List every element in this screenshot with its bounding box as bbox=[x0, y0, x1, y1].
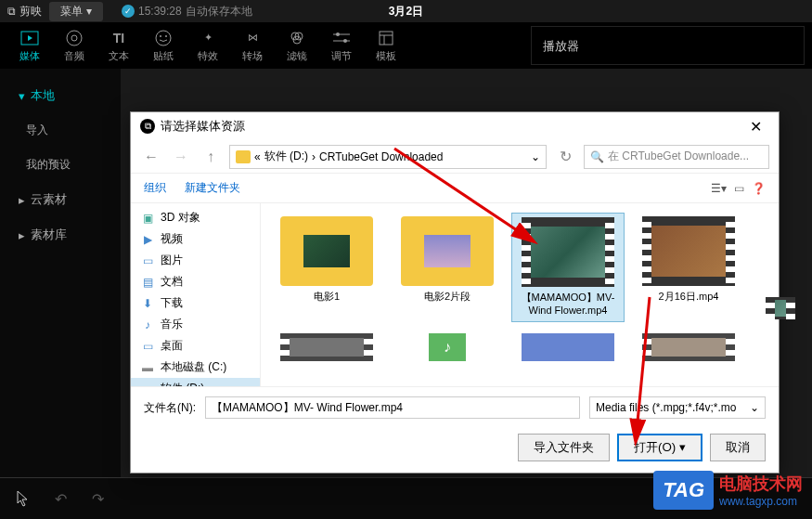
sidebar-item-local[interactable]: ▾ 本地 bbox=[0, 78, 121, 113]
audio-thumb: ♪ bbox=[401, 333, 494, 361]
video-thumb bbox=[522, 217, 614, 287]
svg-point-1 bbox=[67, 31, 82, 45]
download-icon: ⬇ bbox=[140, 297, 155, 310]
tree-desktop[interactable]: ▭桌面 bbox=[131, 335, 260, 357]
dialog-buttons: 导入文件夹 打开(O) ▾ 取消 bbox=[131, 428, 779, 473]
file-item[interactable]: 电影1 bbox=[270, 213, 383, 322]
svg-point-12 bbox=[343, 39, 347, 43]
redo-button[interactable]: ↷ bbox=[84, 485, 111, 513]
app-logo: ⧉ 剪映 bbox=[7, 4, 42, 19]
autosave-status: ✓ 15:39:28 自动保存本地 bbox=[122, 4, 252, 19]
dialog-title: 请选择媒体资源 bbox=[161, 118, 245, 135]
watermark: TAG 电脑技术网 www.tagxp.com bbox=[653, 471, 803, 510]
file-item-partial[interactable] bbox=[270, 330, 383, 365]
tool-text[interactable]: TI 文本 bbox=[97, 22, 141, 69]
cursor-tool[interactable] bbox=[9, 485, 37, 513]
organize-button[interactable]: 组织 bbox=[144, 180, 166, 196]
file-item-partial[interactable] bbox=[632, 330, 745, 365]
folder-thumb bbox=[280, 216, 373, 286]
undo-button[interactable]: ↶ bbox=[46, 485, 74, 513]
tree-doc[interactable]: ▤文档 bbox=[131, 271, 260, 292]
sidebar-item-library[interactable]: ▸ 素材库 bbox=[0, 217, 121, 253]
file-item-partial[interactable] bbox=[511, 330, 625, 365]
menu-button[interactable]: 菜单 ▾ bbox=[49, 2, 103, 21]
preview-button[interactable]: ▭ bbox=[734, 182, 744, 195]
disk-icon: ▬ bbox=[140, 361, 155, 374]
audio-icon bbox=[65, 29, 84, 47]
tool-audio[interactable]: 音频 bbox=[52, 22, 97, 69]
cube-icon: ▣ bbox=[140, 212, 155, 225]
refresh-button[interactable]: ↻ bbox=[554, 146, 576, 168]
path-bar[interactable]: « 软件 (D:) › CRTubeGet Downloaded ⌄ bbox=[229, 145, 547, 169]
chevron-right-icon: ▸ bbox=[19, 228, 25, 242]
app-thumb bbox=[522, 333, 614, 361]
title-bar: ⧉ 剪映 菜单 ▾ ✓ 15:39:28 自动保存本地 3月2日 bbox=[0, 0, 812, 22]
sidebar-item-presets[interactable]: 我的预设 bbox=[0, 148, 121, 182]
file-item[interactable]: 电影2片段 bbox=[391, 213, 504, 322]
player-title: 播放器 bbox=[543, 39, 579, 53]
adjust-icon bbox=[332, 29, 351, 47]
filter-icon bbox=[288, 29, 306, 47]
video-thumb bbox=[642, 216, 735, 286]
watermark-url: www.tagxp.com bbox=[719, 495, 803, 508]
filename-input[interactable] bbox=[205, 396, 580, 419]
dialog-footer: 文件名(N): Media files (*.mpg;*.f4v;*.mo ⌄ bbox=[131, 386, 779, 428]
media-icon bbox=[20, 29, 39, 47]
svg-rect-13 bbox=[380, 32, 393, 45]
file-item-selected[interactable]: 【MAMAMOO】MV- Wind Flower.mp4 bbox=[511, 213, 625, 322]
doc-icon: ▤ bbox=[140, 276, 155, 289]
tree-image[interactable]: ▭图片 bbox=[131, 250, 260, 271]
svg-point-4 bbox=[160, 35, 161, 37]
tool-filter[interactable]: 滤镜 bbox=[275, 22, 319, 69]
dialog-icon: ⧉ bbox=[140, 119, 155, 134]
chevron-down-icon: ▾ bbox=[86, 5, 92, 18]
tool-transition[interactable]: ⋈ 转场 bbox=[230, 22, 275, 69]
tool-effect[interactable]: ✦ 特效 bbox=[186, 22, 230, 69]
nav-tree: ▣3D 对象 ▶视频 ▭图片 ▤文档 ⬇下载 ♪音乐 ▭桌面 ▬本地磁盘 (C:… bbox=[131, 203, 261, 386]
filetype-select[interactable]: Media files (*.mpg;*.f4v;*.mo ⌄ bbox=[589, 396, 766, 419]
view-mode-button[interactable]: ☰▾ bbox=[711, 182, 727, 195]
cancel-button[interactable]: 取消 bbox=[710, 434, 766, 461]
folder-icon bbox=[236, 150, 251, 163]
template-icon bbox=[377, 29, 395, 47]
chevron-down-icon: ▾ bbox=[19, 89, 25, 103]
dialog-body: ▣3D 对象 ▶视频 ▭图片 ▤文档 ⬇下载 ♪音乐 ▭桌面 ▬本地磁盘 (C:… bbox=[131, 203, 779, 386]
search-input[interactable]: 🔍 在 CRTubeGet Downloade... bbox=[584, 145, 769, 169]
new-folder-button[interactable]: 新建文件夹 bbox=[185, 180, 240, 196]
music-icon: ♪ bbox=[140, 318, 155, 331]
file-item[interactable]: 2月16日.mp4 bbox=[632, 213, 745, 322]
dialog-nav: ← → ↑ « 软件 (D:) › CRTubeGet Downloaded ⌄… bbox=[131, 140, 779, 174]
tool-adjust[interactable]: 调节 bbox=[319, 22, 364, 69]
dialog-title-bar: ⧉ 请选择媒体资源 ✕ bbox=[131, 112, 779, 140]
search-icon: 🔍 bbox=[590, 150, 604, 163]
help-button[interactable]: ❓ bbox=[752, 182, 766, 195]
chevron-right-icon: ▸ bbox=[19, 193, 25, 207]
svg-point-5 bbox=[165, 35, 167, 37]
tree-download[interactable]: ⬇下载 bbox=[131, 292, 260, 314]
tool-sticker[interactable]: 贴纸 bbox=[141, 22, 186, 69]
tree-disk-c[interactable]: ▬本地磁盘 (C:) bbox=[131, 357, 260, 378]
tool-media[interactable]: 媒体 bbox=[7, 22, 52, 69]
video-thumb bbox=[642, 333, 735, 361]
sidebar-item-cloud[interactable]: ▸ 云素材 bbox=[0, 182, 121, 217]
tree-video[interactable]: ▶视频 bbox=[131, 228, 260, 250]
app-name: 剪映 bbox=[19, 4, 42, 19]
tree-disk-d[interactable]: ▬软件 (D:) bbox=[131, 378, 260, 386]
tree-music[interactable]: ♪音乐 bbox=[131, 314, 260, 335]
dialog-toolbar: 组织 新建文件夹 ☰▾ ▭ ❓ bbox=[131, 174, 779, 203]
file-dialog: ⧉ 请选择媒体资源 ✕ ← → ↑ « 软件 (D:) › CRTubeGet … bbox=[130, 111, 780, 474]
preview-thumb bbox=[766, 297, 795, 319]
close-button[interactable]: ✕ bbox=[742, 118, 769, 136]
back-button[interactable]: ← bbox=[140, 146, 162, 168]
sticker-icon bbox=[154, 29, 173, 47]
tree-3d[interactable]: ▣3D 对象 bbox=[131, 207, 260, 228]
up-button[interactable]: ↑ bbox=[200, 146, 222, 168]
sidebar-item-import[interactable]: 导入 bbox=[0, 113, 121, 148]
sidebar: ▾ 本地 导入 我的预设 ▸ 云素材 ▸ 素材库 bbox=[0, 69, 121, 477]
transition-icon: ⋈ bbox=[243, 29, 262, 47]
import-folder-button[interactable]: 导入文件夹 bbox=[518, 434, 610, 461]
forward-button[interactable]: → bbox=[170, 146, 192, 168]
tool-template[interactable]: 模板 bbox=[364, 22, 408, 69]
file-item-partial[interactable]: ♪ bbox=[391, 330, 504, 365]
open-button[interactable]: 打开(O) ▾ bbox=[617, 434, 702, 461]
